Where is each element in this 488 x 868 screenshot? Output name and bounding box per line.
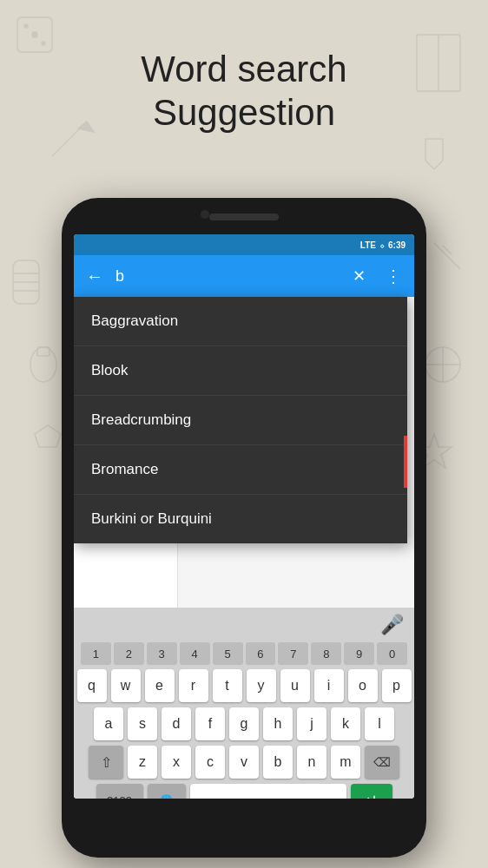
scroll-indicator: [404, 436, 407, 488]
menu-button[interactable]: ⋮: [379, 262, 407, 290]
svg-point-3: [42, 42, 45, 45]
phone-device: LTE ⬦ 6:39 ← ✕ ⋮ Affi Agn Alco: [62, 198, 426, 858]
key-u[interactable]: u: [280, 669, 310, 702]
search-input[interactable]: [115, 267, 338, 286]
key-o[interactable]: o: [348, 669, 378, 702]
key-f[interactable]: f: [195, 707, 225, 740]
numbers-button[interactable]: ?123: [96, 784, 143, 799]
number-row: 1 2 3 4 5 6 7 8 9 0: [77, 642, 411, 665]
key-m[interactable]: m: [331, 746, 360, 779]
num-key-9[interactable]: 9: [344, 642, 374, 665]
svg-line-12: [434, 243, 460, 269]
key-b[interactable]: b: [263, 746, 293, 779]
num-key-2[interactable]: 2: [114, 642, 144, 665]
status-bar: LTE ⬦ 6:39: [74, 234, 414, 255]
time-display: 6:39: [388, 240, 406, 250]
app-toolbar: ← ✕ ⋮: [74, 255, 414, 297]
delete-button[interactable]: ⌫: [365, 746, 399, 779]
suggestion-item-2[interactable]: Blook: [74, 346, 407, 396]
back-icon: ←: [86, 266, 103, 286]
key-s[interactable]: s: [128, 707, 157, 740]
num-key-5[interactable]: 5: [213, 642, 243, 665]
status-icons: LTE ⬦ 6:39: [360, 240, 406, 250]
mic-icon[interactable]: 🎤: [380, 614, 404, 636]
keyboard-rows: 1 2 3 4 5 6 7 8 9 0 q w e r t: [74, 642, 414, 799]
keyboard-top-bar: 🎤: [74, 608, 414, 642]
clear-icon: ✕: [353, 266, 366, 286]
key-l[interactable]: l: [365, 707, 394, 740]
key-c[interactable]: c: [195, 746, 225, 779]
svg-marker-7: [78, 122, 94, 132]
key-v[interactable]: v: [229, 746, 259, 779]
key-x[interactable]: x: [162, 746, 191, 779]
svg-marker-19: [35, 425, 61, 447]
suggestion-item-5[interactable]: Burkini or Burquini: [74, 495, 407, 543]
key-q[interactable]: q: [77, 669, 107, 702]
space-button[interactable]: [190, 784, 346, 799]
num-key-7[interactable]: 7: [278, 642, 308, 665]
num-key-0[interactable]: 0: [377, 642, 407, 665]
num-key-8[interactable]: 8: [311, 642, 341, 665]
key-row-4: ?123 🌐 ↵: [77, 784, 411, 799]
network-indicator: LTE: [360, 240, 376, 250]
key-p[interactable]: p: [382, 669, 412, 702]
key-t[interactable]: t: [213, 669, 242, 702]
enter-button[interactable]: ↵: [351, 784, 392, 799]
key-h[interactable]: h: [263, 707, 293, 740]
key-j[interactable]: j: [297, 707, 326, 740]
key-z[interactable]: z: [128, 746, 157, 779]
mic-button[interactable]: 🌐: [148, 784, 186, 799]
back-button[interactable]: ←: [81, 262, 109, 290]
svg-point-14: [30, 347, 56, 382]
num-key-4[interactable]: 4: [180, 642, 210, 665]
key-i[interactable]: i: [314, 669, 344, 702]
key-a[interactable]: a: [94, 707, 123, 740]
key-n[interactable]: n: [297, 746, 326, 779]
battery-icon: ⬦: [379, 240, 385, 250]
keyboard: 🎤 1 2 3 4 5 6 7 8 9 0 q: [74, 608, 414, 799]
num-key-3[interactable]: 3: [147, 642, 177, 665]
phone-camera: [201, 210, 209, 219]
key-k[interactable]: k: [331, 707, 360, 740]
svg-point-1: [32, 32, 37, 37]
menu-icon: ⋮: [385, 266, 402, 286]
suggestion-item-4[interactable]: Bromance: [74, 445, 407, 495]
key-g[interactable]: g: [229, 707, 259, 740]
num-key-1[interactable]: 1: [81, 642, 111, 665]
shift-button[interactable]: ⇧: [89, 746, 123, 779]
key-y[interactable]: y: [247, 669, 276, 702]
key-d[interactable]: d: [162, 707, 191, 740]
phone-speaker: [209, 214, 279, 220]
key-row-2: a s d f g h j k l: [77, 707, 411, 740]
suggestions-dropdown: Baggravation Blook Breadcrumbing Bromanc…: [74, 297, 407, 543]
key-row-1: q w e r t y u i o p: [77, 669, 411, 702]
svg-point-2: [24, 24, 28, 28]
suggestion-item-1[interactable]: Baggravation: [74, 297, 407, 346]
phone-screen: LTE ⬦ 6:39 ← ✕ ⋮ Affi Agn Alco: [74, 234, 414, 799]
clear-button[interactable]: ✕: [345, 262, 373, 290]
key-w[interactable]: w: [111, 669, 141, 702]
suggestion-item-3[interactable]: Breadcrumbing: [74, 396, 407, 445]
key-e[interactable]: e: [145, 669, 175, 702]
num-key-6[interactable]: 6: [246, 642, 276, 665]
key-row-3: ⇧ z x c v b n m ⌫: [77, 746, 411, 779]
key-r[interactable]: r: [179, 669, 208, 702]
